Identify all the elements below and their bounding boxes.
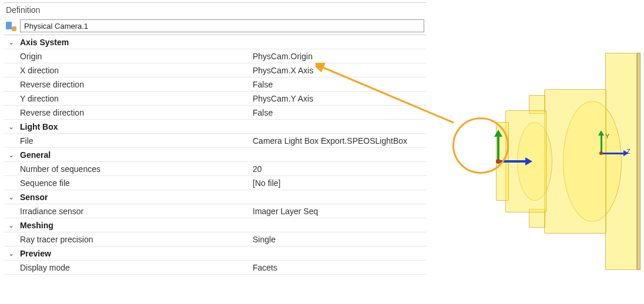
x-axis-dot-icon [599,151,603,155]
group-meshing[interactable]: ⌄ Meshing [4,218,427,232]
chevron-down-icon[interactable]: ⌄ [4,249,19,258]
group-label: Meshing [19,221,253,230]
prop-value: Camera Light Box Export.SPEOSLightBox [253,136,427,146]
group-label: Axis System [19,38,253,47]
axis-label-y: Y [605,133,609,140]
definition-panel: Definition ⌄ Axis System Origin PhysCam.… [4,2,427,275]
view-axis-widget[interactable]: Y Z [598,135,633,170]
sensor-icon [6,21,16,31]
prop-num-sequences[interactable]: Number of sequences 20 [4,162,427,176]
prop-lightbox-file[interactable]: File Camera Light Box Export.SPEOSLightB… [4,134,427,148]
prop-irradiance-sensor[interactable]: Irradiance sensor Imager Layer Seq [4,204,427,218]
prop-value: PhysCam.Origin [253,52,427,61]
prop-label: Ray tracer precision [19,235,253,244]
property-grid: ⌄ Axis System Origin PhysCam.Origin X di… [4,35,427,275]
prop-label: Irradiance sensor [19,207,253,216]
chevron-down-icon[interactable]: ⌄ [4,221,19,229]
prop-label: Reverse direction [19,80,253,89]
prop-value: False [253,108,427,117]
chevron-down-icon[interactable]: ⌄ [4,123,19,131]
prop-label: File [19,136,253,146]
prop-ray-precision[interactable]: Ray tracer precision Single [4,232,427,246]
prop-value: 20 [253,164,427,174]
prop-value: [No file] [253,178,427,188]
prop-label: Y direction [19,94,253,103]
prop-label: Sequence file [19,178,253,188]
prop-value: Imager Layer Seq [253,207,427,216]
z-axis-arrow-icon [601,153,624,154]
group-label: Preview [19,249,253,258]
name-row [4,18,427,35]
prop-sequence-file[interactable]: Sequence file [No file] [4,176,427,190]
group-axis-system[interactable]: ⌄ Axis System [4,35,427,49]
prop-value: PhysCam.X Axis [253,66,427,75]
prop-label: Reverse direction [19,108,253,117]
axis-label-z: Z [626,148,630,155]
group-label: Sensor [19,192,253,202]
prop-display-mode[interactable]: Display mode Facets [4,261,427,275]
prop-value: Single [253,235,427,244]
prop-x-direction[interactable]: X direction PhysCam.X Axis [4,63,427,77]
prop-value: PhysCam.Y Axis [253,94,427,103]
prop-reverse-x[interactable]: Reverse direction False [4,77,427,92]
prop-label: Origin [19,52,253,61]
prop-reverse-y[interactable]: Reverse direction False [4,106,427,120]
prop-value: False [253,80,427,89]
group-sensor[interactable]: ⌄ Sensor [4,190,427,204]
prop-y-direction[interactable]: Y direction PhysCam.Y Axis [4,92,427,106]
prop-label: Number of sequences [19,164,253,174]
group-label: General [19,150,253,160]
chevron-down-icon[interactable]: ⌄ [4,151,19,159]
panel-title: Definition [4,3,427,18]
object-name-input[interactable] [20,19,424,32]
prop-origin[interactable]: Origin PhysCam.Origin [4,49,427,63]
group-label: Light Box [19,122,253,131]
prop-value: Facets [253,263,427,272]
annotation-circle-icon [452,117,509,174]
group-light-box[interactable]: ⌄ Light Box [4,120,427,134]
chevron-down-icon[interactable]: ⌄ [4,193,19,201]
prop-label: Display mode [19,263,253,272]
group-general[interactable]: ⌄ General [4,148,427,162]
group-preview[interactable]: ⌄ Preview [4,246,427,261]
prop-label: X direction [19,66,253,75]
chevron-down-icon[interactable]: ⌄ [4,38,19,46]
